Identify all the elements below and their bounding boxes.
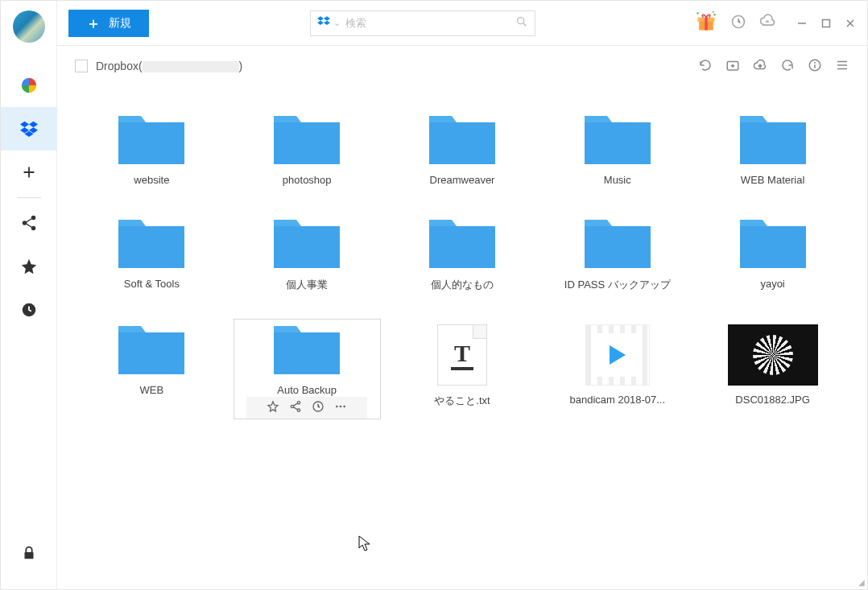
cursor-icon	[358, 535, 371, 554]
svg-rect-4	[24, 552, 33, 559]
info-button[interactable]	[808, 58, 822, 75]
gift-icon[interactable]	[695, 10, 717, 35]
folder-item[interactable]: Music	[544, 109, 691, 192]
maximize-button[interactable]	[820, 18, 832, 29]
item-label: Music	[604, 174, 631, 186]
upload-button[interactable]	[753, 58, 767, 75]
cloud-sync-icon[interactable]	[759, 14, 775, 32]
sidebar-item-dropbox[interactable]	[1, 107, 57, 151]
folder-item[interactable]: Soft & Tools	[78, 212, 225, 298]
folder-item[interactable]: WEB Material	[699, 109, 846, 192]
new-button[interactable]: ＋ 新規	[68, 10, 149, 37]
item-hover-toolbar	[246, 397, 367, 419]
clock-icon	[20, 301, 38, 319]
folder-item[interactable]: 個人事業	[234, 212, 381, 298]
lock-icon	[20, 544, 38, 562]
svg-rect-19	[429, 122, 495, 164]
svg-rect-22	[118, 226, 184, 268]
search-input[interactable]	[345, 17, 515, 29]
text-file-icon: T	[437, 324, 487, 386]
item-label: Dreamweaver	[430, 174, 495, 186]
menu-button[interactable]	[835, 58, 849, 75]
topbar-right	[695, 10, 856, 35]
svg-rect-18	[274, 122, 340, 164]
select-all-checkbox[interactable]	[75, 60, 88, 72]
folder-item[interactable]: ID PASS バックアップ	[544, 212, 691, 298]
sidebar-item-add[interactable]	[1, 151, 57, 194]
svg-rect-17	[118, 122, 184, 164]
plus-icon: ＋	[86, 14, 101, 33]
resize-grip[interactable]: ◢	[858, 578, 865, 587]
window-controls	[796, 18, 856, 29]
main-area: ＋ 新規 ⌄	[57, 1, 867, 589]
svg-point-9	[696, 12, 699, 14]
breadcrumb-bar: Dropbox()	[57, 46, 867, 86]
search-box[interactable]: ⌄	[310, 10, 535, 36]
folder-item[interactable]: WEB	[78, 319, 225, 419]
dropbox-icon	[20, 120, 38, 138]
item-label: bandicam 2018-07...	[570, 394, 666, 406]
svg-rect-24	[429, 226, 495, 268]
divider	[17, 197, 41, 198]
dropbox-icon	[317, 15, 330, 31]
folder-icon	[738, 114, 808, 166]
close-button[interactable]	[845, 18, 856, 29]
breadcrumb[interactable]: Dropbox()	[96, 60, 242, 72]
sidebar-item-recent[interactable]	[1, 288, 57, 332]
item-label: yayoi	[760, 278, 784, 290]
text-item[interactable]: Tやること.txt	[389, 319, 536, 419]
folder-item[interactable]: 個人的なもの	[389, 212, 536, 298]
folder-item[interactable]: website	[78, 109, 225, 192]
avatar[interactable]	[13, 10, 45, 43]
breadcrumb-actions	[698, 58, 849, 75]
item-label: 個人事業	[286, 278, 328, 292]
sidebar-item-photos[interactable]	[1, 64, 57, 107]
file-grid: websitephotoshopDreamweaverMusicWEB Mate…	[57, 86, 867, 589]
favorite-button[interactable]	[267, 400, 279, 415]
breadcrumb-service: Dropbox	[96, 60, 138, 72]
folder-icon	[117, 218, 186, 270]
search-icon[interactable]	[515, 15, 528, 31]
history-button[interactable]	[312, 400, 324, 415]
item-label: やること.txt	[434, 394, 490, 408]
new-folder-button[interactable]	[725, 58, 740, 75]
history-icon[interactable]	[730, 14, 746, 32]
folder-icon	[272, 218, 341, 270]
folder-icon	[738, 218, 808, 270]
folder-item[interactable]: Auto Backup	[234, 319, 381, 419]
svg-point-16	[814, 62, 816, 64]
item-label: ID PASS バックアップ	[564, 278, 671, 292]
sidebar-item-share[interactable]	[1, 201, 57, 245]
folder-item[interactable]: yayoi	[699, 212, 846, 298]
refresh-button[interactable]	[698, 58, 713, 75]
folder-icon	[428, 114, 497, 166]
more-button[interactable]	[334, 400, 347, 415]
video-item[interactable]: bandicam 2018-07...	[544, 319, 691, 419]
svg-point-1	[31, 216, 35, 221]
item-label: Soft & Tools	[124, 278, 180, 290]
star-icon	[20, 258, 38, 275]
folder-icon	[583, 114, 652, 166]
folder-item[interactable]: photoshop	[234, 109, 381, 192]
minimize-button[interactable]	[796, 18, 808, 29]
svg-point-34	[340, 406, 342, 408]
share-icon	[20, 214, 38, 232]
sync-button[interactable]	[780, 58, 795, 75]
svg-rect-27	[118, 332, 184, 374]
svg-point-11	[713, 11, 714, 13]
svg-rect-8	[705, 18, 708, 31]
chevron-down-icon[interactable]: ⌄	[333, 18, 341, 28]
svg-point-35	[344, 406, 346, 408]
svg-rect-13	[823, 19, 830, 27]
sidebar	[1, 1, 57, 589]
new-button-label: 新規	[109, 16, 131, 31]
sidebar-item-lock[interactable]	[1, 531, 57, 575]
share-button[interactable]	[289, 400, 302, 415]
folder-icon	[272, 114, 341, 166]
svg-rect-26	[740, 226, 806, 268]
image-item[interactable]: DSC01882.JPG	[699, 319, 846, 419]
folder-icon	[583, 218, 652, 270]
item-label: Auto Backup	[277, 384, 337, 396]
folder-item[interactable]: Dreamweaver	[389, 109, 536, 192]
sidebar-item-favorites[interactable]	[1, 245, 57, 288]
